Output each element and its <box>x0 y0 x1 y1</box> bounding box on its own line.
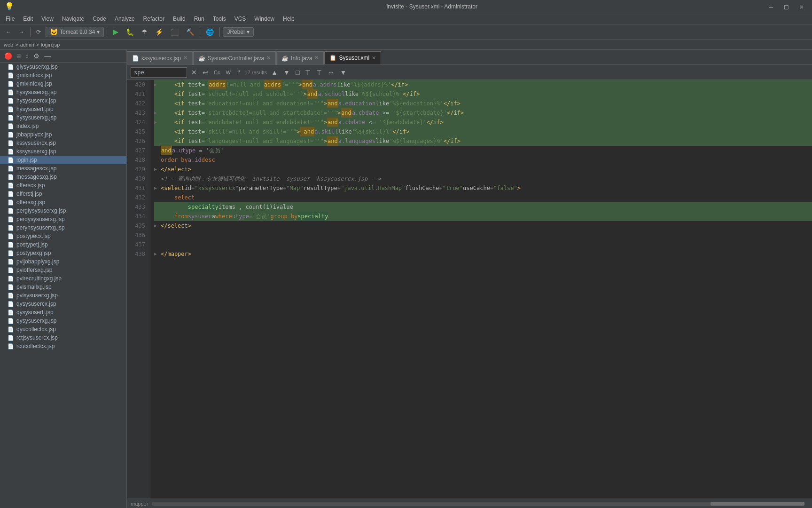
file-pvirecruitingxg[interactable]: 📄pvirecruitingxg.jsp <box>0 274 126 283</box>
file-gmixinfocx[interactable]: 📄gmixinfocx.jsp <box>0 71 126 79</box>
file-qysysuserxg[interactable]: 📄qysysuserxg.jsp <box>0 317 126 325</box>
search-option1-btn[interactable]: ⊤ <box>304 68 312 77</box>
search-option2-btn[interactable]: ⊤ <box>315 68 323 77</box>
file-hysysuserxg2[interactable]: 📄hysysuserxg.jsp <box>0 113 126 122</box>
breadcrumb-file[interactable]: login.jsp <box>41 42 60 48</box>
tomcat-selector[interactable]: 🐱 Tomcat 9.0.34 ▾ <box>46 27 104 37</box>
close-btn[interactable]: ✕ <box>796 3 807 10</box>
file-offersxg[interactable]: 📄offersxg.jsp <box>0 198 126 206</box>
tabs-bar: 📄 kssysusercx.jsp ✕ ☕ SysuserController.… <box>127 50 812 65</box>
file-pvijobapplyxg[interactable]: 📄pvijobapplyxg.jsp <box>0 257 126 266</box>
code-editor[interactable]: 420 421 422 423 424 425 426 427 428 429 … <box>127 80 812 499</box>
code-line-429: ▶ </select> <box>154 165 812 174</box>
tab-close-info[interactable]: ✕ <box>314 55 319 61</box>
sidebar-btn3[interactable]: ↕ <box>24 52 30 60</box>
tab-close-kssysusercx[interactable]: ✕ <box>183 55 187 61</box>
sidebar-btn1[interactable]: 🔴 <box>3 52 14 60</box>
file-qysysusertj[interactable]: 📄qysysusertj.jsp <box>0 308 126 317</box>
search-prev-btn[interactable]: ▲ <box>270 68 279 77</box>
code-line-438: ▶ </mapper> <box>154 249 812 259</box>
file-messagesxg[interactable]: 📄messagesxg.jsp <box>0 173 126 181</box>
file-offerstj[interactable]: 📄offerstj.jsp <box>0 190 126 198</box>
run-btn[interactable]: ▶ <box>110 26 121 37</box>
sidebar-btn2[interactable]: ≡ <box>16 52 22 60</box>
search-next-btn[interactable]: ▼ <box>282 68 291 77</box>
file-qysysusercx[interactable]: 📄qysysusercx.jsp <box>0 300 126 308</box>
file-hysysusercx[interactable]: 📄hysysusercx.jsp <box>0 96 126 105</box>
search-clear-btn[interactable]: ✕ <box>190 68 198 77</box>
code-area: 420 421 422 423 424 425 426 427 428 429 … <box>127 80 812 499</box>
search-regex-btn[interactable]: .* <box>235 68 242 76</box>
menu-help[interactable]: Help <box>279 15 298 23</box>
file-rctjsysusercx[interactable]: 📄rctjsysusercx.jsp <box>0 333 126 342</box>
profile-btn[interactable]: ⚡ <box>152 27 166 37</box>
minimize-btn[interactable]: — <box>765 3 777 10</box>
web-btn[interactable]: 🌐 <box>203 27 217 37</box>
menu-run[interactable]: Run <box>190 15 208 23</box>
file-kssysuserxg[interactable]: 📄kssysuserxg.jsp <box>0 147 126 156</box>
file-qyucollectcx[interactable]: 📄qyucollectcx.jsp <box>0 325 126 333</box>
file-offerscx[interactable]: 📄offerscx.jsp <box>0 181 126 190</box>
forward-btn[interactable]: → <box>16 28 27 36</box>
jrebel-selector[interactable]: JRebel ▾ <box>223 27 253 37</box>
search-expand-btn[interactable]: □ <box>294 68 301 77</box>
menu-view[interactable]: View <box>38 15 57 23</box>
search-option3-btn[interactable]: ↔ <box>326 68 336 77</box>
file-postypexg[interactable]: 📄postypexg.jsp <box>0 249 126 257</box>
title-bar-controls[interactable]: — □ ✕ <box>765 3 807 10</box>
tab-kssysusercx[interactable]: 📄 kssysusercx.jsp ✕ <box>127 51 193 64</box>
file-jobapplycx[interactable]: 📄jobapplycx.jsp <box>0 130 126 139</box>
tab-sysuser[interactable]: 📋 Sysuser.xml ✕ <box>324 51 381 64</box>
tab-close-sysusercontroller[interactable]: ✕ <box>266 55 271 61</box>
menu-file[interactable]: File <box>2 15 18 23</box>
file-glysysuserxg[interactable]: 📄glysysuserxg.jsp <box>0 63 126 71</box>
menu-analyze[interactable]: Analyze <box>111 15 139 23</box>
search-input[interactable] <box>131 67 187 78</box>
file-hysysuserxg[interactable]: 📄hysysuserxg.jsp <box>0 88 126 96</box>
file-gmixinfoxg[interactable]: 📄gmixinfoxg.jsp <box>0 79 126 88</box>
tab-sysusercontroller[interactable]: ☕ SysuserController.java ✕ <box>193 51 276 64</box>
menu-vcs[interactable]: VCS <box>231 15 250 23</box>
sidebar: 🔴 ≡ ↕ ⚙ — 📄glysysuserxg.jsp 📄gmixinfocx.… <box>0 50 127 508</box>
file-pvioffersxg[interactable]: 📄pvioffersxg.jsp <box>0 266 126 274</box>
tab-info[interactable]: ☕ Info.java ✕ <box>276 51 324 64</box>
menu-code[interactable]: Code <box>89 15 110 23</box>
search-word-btn[interactable]: W <box>224 69 232 76</box>
menu-navigate[interactable]: Navigate <box>58 15 88 23</box>
maximize-btn[interactable]: □ <box>781 3 792 10</box>
file-postypecx[interactable]: 📄postypecx.jsp <box>0 232 126 240</box>
file-pvismailxg[interactable]: 📄pvismailxg.jsp <box>0 283 126 291</box>
menu-refactor[interactable]: Refactor <box>140 15 168 23</box>
back-btn[interactable]: ← <box>3 28 14 36</box>
menu-edit[interactable]: Edit <box>19 15 37 23</box>
debug-btn[interactable]: 🐛 <box>123 27 137 37</box>
file-perglysysuserxg[interactable]: 📄perglysysuserxg.jsp <box>0 206 126 215</box>
file-hysysusertj[interactable]: 📄hysysusertj.jsp <box>0 105 126 113</box>
breadcrumb-project[interactable]: web <box>4 42 13 48</box>
code-line-435: ▶ </select> <box>154 221 812 230</box>
search-undo-btn[interactable]: ↩ <box>201 68 210 77</box>
file-kssysusercx[interactable]: 📄kssysusercx.jsp <box>0 139 126 147</box>
code-line-436 <box>154 230 812 240</box>
stop-btn[interactable]: ⬛ <box>168 27 181 37</box>
menu-build[interactable]: Build <box>169 15 189 23</box>
search-match-case-btn[interactable]: Cc <box>212 69 221 76</box>
file-messagescx[interactable]: 📄messagescx.jsp <box>0 164 126 173</box>
tab-close-sysuser[interactable]: ✕ <box>372 55 376 61</box>
file-pvisysuserxg[interactable]: 📄pvisysuserxg.jsp <box>0 291 126 300</box>
coverage-btn[interactable]: ☂ <box>139 27 150 37</box>
sidebar-settings[interactable]: ⚙ <box>32 52 41 60</box>
sidebar-minimize[interactable]: — <box>43 52 52 60</box>
breadcrumb-admin[interactable]: admin <box>20 42 34 48</box>
menu-tools[interactable]: Tools <box>209 15 230 23</box>
file-peryhsysuserxg[interactable]: 📄peryhsysuserxg.jsp <box>0 223 126 232</box>
file-perqysysuserxg[interactable]: 📄perqysysuserxg.jsp <box>0 215 126 223</box>
file-rcucollectcx[interactable]: 📄rcucollectcx.jsp <box>0 342 126 350</box>
refresh-btn[interactable]: ⟳ <box>33 28 44 36</box>
build-btn[interactable]: 🔨 <box>183 27 197 37</box>
file-index[interactable]: 📄index.jsp <box>0 122 126 130</box>
file-login[interactable]: 📄login.jsp <box>0 156 126 164</box>
menu-window[interactable]: Window <box>250 15 278 23</box>
file-postypetj[interactable]: 📄postypetj.jsp <box>0 240 126 249</box>
search-filter-btn[interactable]: ▼ <box>338 68 348 77</box>
